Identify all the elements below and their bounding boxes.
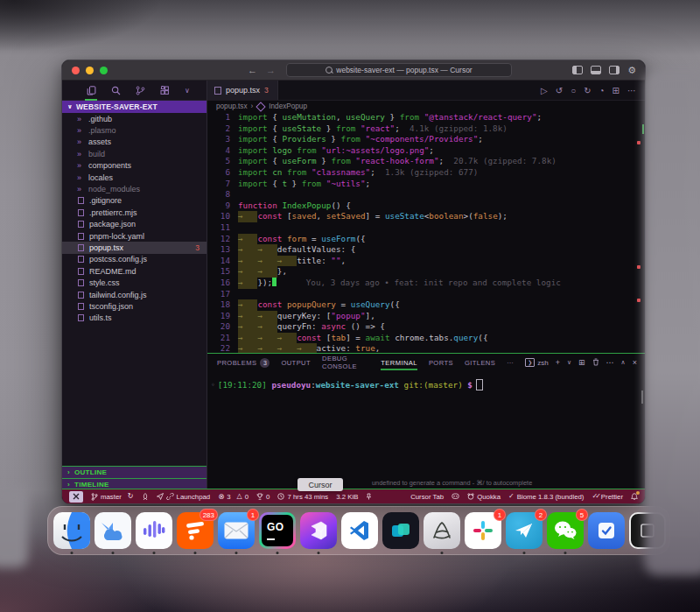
new-terminal-icon[interactable]: + <box>556 358 560 367</box>
tree-folder-build[interactable]: »build <box>62 148 206 159</box>
nav-back-button[interactable]: ← <box>248 60 257 80</box>
explorer-icon[interactable] <box>87 86 96 95</box>
split-editor-icon[interactable]: ⊞ <box>612 86 620 95</box>
kill-terminal-icon[interactable] <box>592 358 599 368</box>
filesize-status[interactable]: 3.2 KiB <box>336 493 358 501</box>
toggle-secondary-sidebar-icon[interactable] <box>609 66 620 74</box>
tree-file-tailwind-config-js[interactable]: tailwind.config.js <box>62 289 206 300</box>
chevron-right-icon: › <box>67 481 70 489</box>
gitlens-launchpad[interactable]: Launchpad <box>157 493 211 501</box>
panel-tab--[interactable]: ⋯ <box>507 359 514 367</box>
tree-folder--github[interactable]: ».github <box>62 113 206 124</box>
pin-status[interactable] <box>366 493 372 500</box>
running-indicator-dot <box>276 552 279 554</box>
rocket-status[interactable] <box>142 493 149 500</box>
source-control-icon[interactable] <box>136 86 145 95</box>
tree-file-postcss-config-js[interactable]: postcss.config.js <box>62 254 206 265</box>
tab-popup-tsx[interactable]: popup.tsx 3 <box>207 81 278 100</box>
dock-icon-hidden-app[interactable] <box>629 512 666 549</box>
run-code-icon[interactable]: ▷ <box>541 86 548 95</box>
circle-icon[interactable]: ○ <box>570 86 576 95</box>
problems-status[interactable]: ⊗3△0 <box>218 493 248 501</box>
dock-icon-vscode[interactable] <box>341 512 378 549</box>
quokka-status[interactable]: Quokka <box>467 493 500 501</box>
tree-folder-locales[interactable]: »locales <box>62 172 206 183</box>
close-window-button[interactable] <box>72 67 80 74</box>
dock-icon-cursor[interactable] <box>300 512 337 549</box>
dock-icon-wechat[interactable]: 5 <box>547 512 584 549</box>
more-actions-icon[interactable]: ⋯ <box>627 86 636 95</box>
tree-file--gitignore[interactable]: .gitignore <box>62 195 206 207</box>
terminal[interactable]: ◦ [19:11:20] pseudoyu : website-saver-ex… <box>207 371 645 490</box>
tree-file--prettierrc-mjs[interactable]: .prettierrc.mjs <box>62 207 206 218</box>
dock-icon-goland[interactable]: GO <box>259 512 296 549</box>
minimize-window-button[interactable] <box>86 67 94 74</box>
panel-tab-ports[interactable]: PORTS <box>429 359 453 367</box>
panel-tab-problems[interactable]: PROBLEMS3 <box>217 358 270 368</box>
tree-file-popup-tsx[interactable]: popup.tsx3 <box>62 242 206 253</box>
dock-icon-slack[interactable]: 1 <box>465 512 501 549</box>
dock-icon-waveform-app[interactable] <box>136 512 172 549</box>
extensions-icon[interactable] <box>160 86 170 95</box>
dock-icon-telegram[interactable]: 2 <box>506 512 542 549</box>
breadcrumb[interactable]: popup.tsx › IndexPopup <box>207 101 645 112</box>
maximize-panel-icon[interactable]: ∧ <box>621 359 626 366</box>
dock-icon-sketch-app[interactable] <box>424 512 460 549</box>
shell-selector[interactable]: ❯zsh <box>525 358 548 367</box>
dock-icon-follow-rss[interactable]: 283 <box>177 512 214 549</box>
tree-file-package-json[interactable]: package.json <box>62 219 206 230</box>
tree-file-pnpm-lock-yaml[interactable]: pnpm-lock.yaml <box>62 230 206 242</box>
dock-icon-fox-app[interactable] <box>94 512 131 549</box>
toggle-panel-icon[interactable] <box>591 66 601 74</box>
split-terminal-icon[interactable]: ⊞ <box>578 358 585 367</box>
tree-folder-node-modules[interactable]: »node_modules <box>62 183 206 194</box>
cursor-tab-status[interactable]: Cursor Tab <box>410 493 444 501</box>
terminal-scrollbar[interactable] <box>641 390 644 404</box>
dock-icon-finder[interactable] <box>53 512 90 549</box>
panel-tab-debug-console[interactable]: DEBUG CONSOLE <box>322 355 369 370</box>
prettier-status[interactable]: ✓✓Prettier <box>592 493 623 501</box>
explorer-root-folder[interactable]: ∨ WEBSITE-SAVER-EXT <box>62 101 206 113</box>
outline-section[interactable]: › OUTLINE <box>62 466 206 478</box>
search-icon[interactable] <box>111 86 121 95</box>
panel-tab-output[interactable]: OUTPUT <box>281 359 311 367</box>
tree-file-readme-md[interactable]: README.md <box>62 265 206 277</box>
panel-tab-terminal[interactable]: TERMINAL <box>381 359 417 367</box>
tree-folder-assets[interactable]: »assets <box>62 137 206 148</box>
run-timer-icon[interactable]: ◔ <box>599 86 605 95</box>
nav-forward-circle-icon[interactable]: ↻ <box>584 86 591 95</box>
close-panel-icon[interactable]: × <box>633 358 637 367</box>
tree-file-tsconfig-json[interactable]: tsconfig.json <box>62 300 206 312</box>
settings-gear-icon[interactable]: ⚙ <box>627 66 636 74</box>
toggle-sidebar-icon[interactable] <box>572 66 583 74</box>
nav-back-circle-icon[interactable]: ↺ <box>556 86 563 95</box>
dock-icon-mail[interactable]: 1 <box>218 512 255 549</box>
dock-icon-teal-app[interactable] <box>382 512 419 549</box>
terminal-dropdown-icon[interactable]: ∨ <box>567 359 571 366</box>
tree-folder-components[interactable]: »components <box>62 160 206 172</box>
code-editor[interactable]: 1import { useMutation, useQuery } from "… <box>207 112 645 353</box>
panel-tab-gitlens[interactable]: GITLENS <box>465 359 495 367</box>
titlebar[interactable]: ← → website-saver-ext — popup.tsx — Curs… <box>62 60 645 81</box>
git-branch-status[interactable]: master↻ <box>91 493 134 501</box>
wakatime-status[interactable]: 7 hrs 43 mins <box>277 493 328 501</box>
tree-file-utils-ts[interactable]: utils.ts <box>62 313 206 324</box>
remote-indicator[interactable] <box>69 491 83 503</box>
counter-status[interactable]: 0 <box>256 493 270 501</box>
biome-status[interactable]: ✓Biome 1.8.3 (bundled) <box>508 493 584 501</box>
more-actions-icon[interactable]: ⋯ <box>606 358 614 367</box>
nav-forward-button[interactable]: → <box>266 60 276 80</box>
tree-file-style-css[interactable]: style.css <box>62 277 206 288</box>
code-line: 3import { Providers } from "~components/… <box>207 134 645 145</box>
zoom-window-button[interactable] <box>100 67 108 74</box>
file-icon <box>78 314 84 321</box>
chevron-down-icon[interactable]: ∨ <box>185 87 190 95</box>
copilot-status[interactable] <box>452 493 459 500</box>
file-icon <box>78 279 84 286</box>
line-number: 11 <box>207 222 238 234</box>
command-center-search[interactable]: website-saver-ext — popup.tsx — Cursor <box>286 63 512 77</box>
dock-icon-things[interactable] <box>588 512 625 549</box>
tree-folder--plasmo[interactable]: ».plasmo <box>62 124 206 136</box>
notifications-bell[interactable] <box>631 493 638 501</box>
blur-overlay-left <box>0 487 28 567</box>
